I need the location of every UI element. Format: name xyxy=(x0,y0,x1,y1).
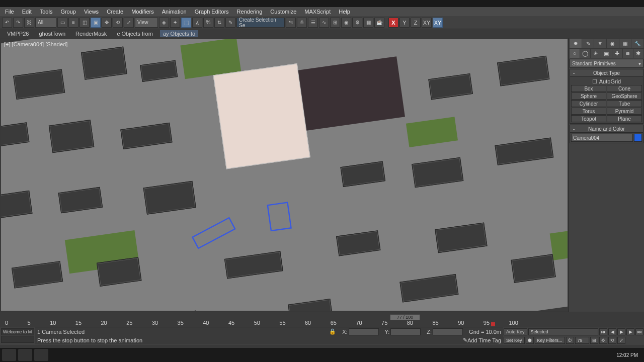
object-color-swatch[interactable] xyxy=(634,134,642,142)
create-tab-icon[interactable]: ✹ xyxy=(570,39,582,48)
maxscript-listener[interactable] xyxy=(1,336,34,343)
schematic-icon[interactable]: ⊞ xyxy=(330,18,340,28)
align-icon[interactable]: ≛ xyxy=(297,18,307,28)
rotate-icon[interactable]: ⟲ xyxy=(113,18,123,28)
menu-create[interactable]: Create xyxy=(107,9,123,15)
axis-z-button[interactable]: Z xyxy=(411,18,421,28)
menu-views[interactable]: Views xyxy=(84,9,99,15)
time-config-icon[interactable]: ⏱ xyxy=(566,337,574,344)
render-frame-icon[interactable]: ▦ xyxy=(363,18,373,28)
goto-start-icon[interactable]: ⏮ xyxy=(599,328,607,335)
nav-icon-3[interactable]: ⟲ xyxy=(608,337,616,344)
display-tab-icon[interactable]: ▦ xyxy=(619,39,631,48)
coord-z-input[interactable] xyxy=(433,328,463,335)
prev-frame-icon[interactable]: ◀ xyxy=(608,328,616,335)
manip-icon[interactable]: ✦ xyxy=(170,18,180,28)
add-time-tag[interactable]: Add Time Tag xyxy=(467,337,501,343)
sphere-button[interactable]: Sphere xyxy=(571,93,606,100)
tab-objto[interactable]: ay Objects to xyxy=(160,30,198,37)
select-name-icon[interactable]: ≡ xyxy=(68,18,78,28)
current-frame-input[interactable]: 79 xyxy=(575,337,589,344)
axis-xy-button[interactable]: XY xyxy=(422,18,432,28)
mirror-icon[interactable]: ⇋ xyxy=(286,18,296,28)
set-key-button[interactable]: Set Key xyxy=(504,337,525,344)
cylinder-button[interactable]: Cylinder xyxy=(571,100,606,107)
select-region-icon[interactable]: ◫ xyxy=(79,18,90,28)
shapes-cat-icon[interactable]: ◯ xyxy=(580,49,590,58)
system-clock[interactable]: 12:02 PM xyxy=(616,352,642,358)
named-selection-dropdown[interactable]: Create Selection Se xyxy=(236,18,285,28)
hierarchy-tab-icon[interactable]: ⛛ xyxy=(594,39,606,48)
menu-maxscript[interactable]: MAXScript xyxy=(304,9,331,15)
timeline-key-marker[interactable] xyxy=(491,322,495,326)
maxscript-mini[interactable]: Welcome to M xyxy=(1,328,34,335)
timeline-ruler[interactable]: 0510152025303540455055606570758085909510… xyxy=(5,320,518,326)
selected-dropdown[interactable]: Selected xyxy=(528,328,598,335)
axis-xyz-button[interactable]: XY xyxy=(433,18,443,28)
nav-icon-2[interactable]: ✥ xyxy=(599,337,607,344)
tab-vmpp[interactable]: VMPP26 xyxy=(4,30,32,37)
percent-snap-icon[interactable]: % xyxy=(203,18,213,28)
helpers-cat-icon[interactable]: ✚ xyxy=(612,49,622,58)
auto-key-button[interactable]: Auto Key xyxy=(504,328,527,335)
object-type-rollout[interactable]: Object Type xyxy=(570,69,643,77)
layers-icon[interactable]: ☰ xyxy=(308,18,318,28)
coord-x-input[interactable] xyxy=(349,328,379,335)
material-icon[interactable]: ◉ xyxy=(341,18,351,28)
lights-cat-icon[interactable]: ☀ xyxy=(591,49,601,58)
spinner-snap-icon[interactable]: ⇅ xyxy=(214,18,224,28)
tab-ghosttown[interactable]: ghostTown xyxy=(36,30,68,37)
key-filters-button[interactable]: Key Filters... xyxy=(535,337,565,344)
selection-filter-dropdown[interactable]: All xyxy=(35,18,56,28)
menu-tools[interactable]: Tools xyxy=(40,9,53,15)
menu-grapheditors[interactable]: Graph Editors xyxy=(195,9,229,15)
task-view-icon[interactable] xyxy=(34,349,48,361)
snap-icon[interactable]: ⬚ xyxy=(181,18,191,28)
viewport-label[interactable]: [+] [Camera004] [Shaded] xyxy=(4,41,67,47)
viewport[interactable]: [+] [Camera004] [Shaded] xyxy=(1,39,568,311)
motion-tab-icon[interactable]: ◉ xyxy=(607,39,619,48)
menu-group[interactable]: Group xyxy=(60,9,76,15)
menu-edit[interactable]: Edit xyxy=(22,9,32,15)
curve-editor-icon[interactable]: ∿ xyxy=(319,18,329,28)
plane-button[interactable]: Plane xyxy=(607,115,642,122)
next-frame-icon[interactable]: ▶ xyxy=(626,328,634,335)
angle-snap-icon[interactable]: ∡ xyxy=(192,18,202,28)
primitive-dropdown[interactable]: Standard Primitives xyxy=(570,59,643,68)
edit-named-sel-icon[interactable]: ✎ xyxy=(225,18,235,28)
cone-button[interactable]: Cone xyxy=(607,85,642,92)
coord-y-input[interactable] xyxy=(390,328,421,335)
name-color-rollout[interactable]: Name and Color xyxy=(570,125,643,133)
tab-rendermask[interactable]: RenderMask xyxy=(72,30,110,37)
goto-end-icon[interactable]: ⏭ xyxy=(635,328,643,335)
object-name-input[interactable]: Camera004 xyxy=(571,134,633,142)
window-crossing-icon[interactable]: ▣ xyxy=(91,18,101,28)
autogrid-checkbox[interactable]: ☐AutoGrid xyxy=(571,78,642,85)
menu-customize[interactable]: Customize xyxy=(270,9,296,15)
pyramid-button[interactable]: Pyramid xyxy=(607,108,642,115)
render-setup-icon[interactable]: ⚙ xyxy=(352,18,362,28)
start-button[interactable] xyxy=(2,349,16,361)
tab-objfrom[interactable]: e Objects from xyxy=(114,30,156,37)
ref-coord-dropdown[interactable]: View xyxy=(135,18,158,28)
box-button[interactable]: Box xyxy=(571,85,606,92)
redo-icon[interactable]: ↷ xyxy=(13,18,23,28)
move-icon[interactable]: ✥ xyxy=(102,18,112,28)
windows-taskbar[interactable]: 12:02 PM xyxy=(0,348,644,362)
torus-button[interactable]: Torus xyxy=(571,108,606,115)
geosphere-button[interactable]: GeoSphere xyxy=(607,93,642,100)
axis-x-button[interactable]: X xyxy=(388,18,398,28)
menu-rendering[interactable]: Rendering xyxy=(237,9,263,15)
search-icon[interactable] xyxy=(18,349,32,361)
link-icon[interactable]: ⛓ xyxy=(24,18,34,28)
geometry-cat-icon[interactable]: ○ xyxy=(570,49,580,58)
scale-icon[interactable]: ⤢ xyxy=(124,18,134,28)
render-icon[interactable]: ☕ xyxy=(374,18,384,28)
cameras-cat-icon[interactable]: ▣ xyxy=(601,49,611,58)
undo-icon[interactable]: ↶ xyxy=(2,18,12,28)
teapot-button[interactable]: Teapot xyxy=(571,115,606,122)
menu-file[interactable]: File xyxy=(5,9,14,15)
tube-button[interactable]: Tube xyxy=(607,100,642,107)
axis-y-button[interactable]: Y xyxy=(399,18,410,28)
time-tag-icon[interactable]: ✎ xyxy=(463,337,467,343)
